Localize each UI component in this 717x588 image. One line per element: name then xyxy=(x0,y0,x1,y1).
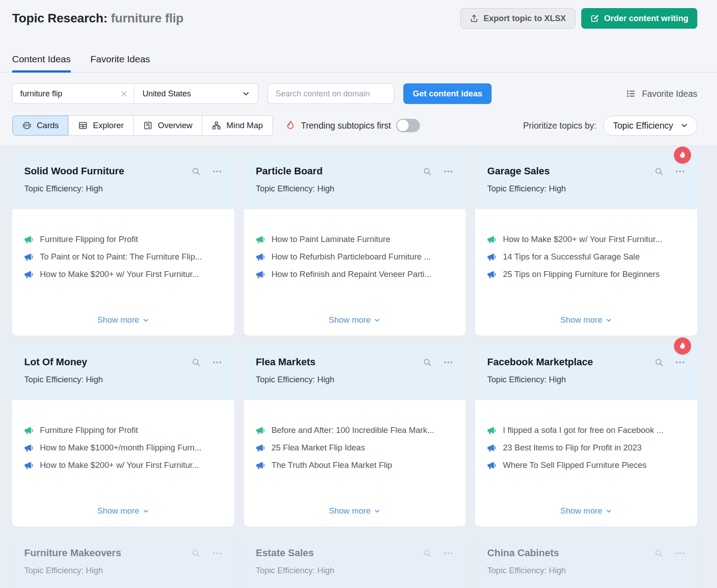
headline-text: Where To Sell Flipped Furniture Pieces xyxy=(503,460,646,470)
topic-card-header: Particle Board Topic Efficiency: High xyxy=(244,154,466,209)
search-icon[interactable] xyxy=(191,167,201,176)
topic-card-icons xyxy=(191,357,222,368)
topic-card-icons xyxy=(423,548,454,558)
search-icon[interactable] xyxy=(654,549,664,558)
search-icon[interactable] xyxy=(191,549,201,558)
view-overview[interactable]: Overview xyxy=(133,116,202,135)
headline-text: 23 Best Items to Flip for Profit in 2023 xyxy=(503,443,642,453)
more-options-icon[interactable] xyxy=(212,548,222,558)
topic-efficiency-label: Topic Efficiency: High xyxy=(24,375,222,385)
export-topic-button[interactable]: Export topic to XLSX xyxy=(460,8,575,29)
megaphone-icon xyxy=(487,235,497,244)
headline-item[interactable]: How to Make $200+ w/ Your First Furnitur… xyxy=(487,234,685,244)
megaphone-icon xyxy=(256,270,265,279)
megaphone-icon xyxy=(24,252,34,262)
topic-card: Garage Sales Topic Efficiency: High How … xyxy=(475,154,697,336)
more-options-icon[interactable] xyxy=(212,357,222,368)
view-overview-label: Overview xyxy=(158,121,192,130)
headline-list: How to Make $200+ w/ Your First Furnitur… xyxy=(487,209,685,279)
megaphone-icon xyxy=(24,270,34,279)
view-explorer[interactable]: Explorer xyxy=(68,116,133,135)
search-icon[interactable] xyxy=(423,167,432,176)
clear-keyword-icon[interactable] xyxy=(118,90,134,98)
headline-item[interactable]: I flipped a sofa I got for free on Faceb… xyxy=(487,425,685,435)
headline-item[interactable]: 25 Flea Market Flip Ideas xyxy=(256,443,454,453)
get-content-ideas-button[interactable]: Get content ideas xyxy=(403,83,492,104)
headline-text: How to Paint Laminate Furniture xyxy=(272,234,390,244)
show-more-label: Show more xyxy=(560,506,602,516)
search-icon[interactable] xyxy=(423,549,432,558)
headline-item[interactable]: How to Refinish and Repaint Veneer Parti… xyxy=(256,269,454,279)
megaphone-icon xyxy=(487,461,497,470)
headline-list: How to Paint Laminate FurnitureHow to Re… xyxy=(256,209,454,279)
headline-item[interactable]: 14 Tips for a Successful Garage Sale xyxy=(487,252,685,262)
topic-card-title-row: Furniture Makeovers xyxy=(24,547,222,559)
show-more-link[interactable]: Show more xyxy=(12,315,234,325)
trending-control: Trending subtopics first xyxy=(285,119,420,132)
headline-item[interactable]: Furniture Flipping for Profit xyxy=(24,234,222,244)
headline-item[interactable]: How to Make $200+ w/ Your First Furnitur… xyxy=(24,460,222,470)
topic-card: Particle Board Topic Efficiency: High Ho… xyxy=(244,154,466,336)
topic-card-body: How to Paint Laminate FurnitureHow to Re… xyxy=(244,209,466,279)
trending-toggle[interactable] xyxy=(396,119,420,132)
megaphone-icon xyxy=(256,461,265,470)
topic-efficiency-label: Topic Efficiency: High xyxy=(24,566,222,575)
topic-card-title: Particle Board xyxy=(256,165,423,177)
megaphone-icon xyxy=(487,443,497,453)
show-more-link[interactable]: Show more xyxy=(244,506,466,516)
headline-text: How to Make $1000+/month Flipping Furn..… xyxy=(40,443,201,453)
show-more-link[interactable]: Show more xyxy=(12,506,234,516)
chevron-down-icon xyxy=(680,121,688,130)
more-options-icon[interactable] xyxy=(443,357,454,368)
topic-card-title-row: Garage Sales xyxy=(487,165,685,177)
headline-item[interactable]: Furniture Flipping for Profit xyxy=(24,425,222,435)
topic-card-body: How to Make $200+ w/ Your First Furnitur… xyxy=(475,209,697,279)
headline-text: How to Make $200+ w/ Your First Furnitur… xyxy=(40,460,199,470)
more-options-icon[interactable] xyxy=(675,357,685,368)
headline-item[interactable]: How to Make $1000+/month Flipping Furn..… xyxy=(24,443,222,453)
headline-item[interactable]: The Truth About Flea Market Flip xyxy=(256,460,454,470)
keyword-input[interactable] xyxy=(13,84,118,104)
headline-item[interactable]: How to Make $200+ w/ Your First Furnitur… xyxy=(24,269,222,279)
more-options-icon[interactable] xyxy=(675,166,685,177)
top-actions: Export topic to XLSX Order content writi… xyxy=(460,8,697,29)
more-options-icon[interactable] xyxy=(212,166,222,177)
topic-card-title-row: Estate Sales xyxy=(256,547,454,559)
view-cards[interactable]: Cards xyxy=(13,116,68,135)
search-icon[interactable] xyxy=(654,167,664,176)
show-more-link[interactable]: Show more xyxy=(475,315,697,325)
headline-item[interactable]: To Paint or Not to Paint: The Furniture … xyxy=(24,252,222,262)
country-select[interactable]: United States xyxy=(134,89,258,99)
topic-card-icons xyxy=(191,166,222,177)
topic-card-header: China Cabinets Topic Efficiency: High xyxy=(475,536,697,588)
more-options-icon[interactable] xyxy=(443,166,454,177)
search-icon[interactable] xyxy=(654,358,664,367)
headline-item[interactable]: Before and After: 100 Incredible Flea Ma… xyxy=(256,425,454,435)
search-icon[interactable] xyxy=(423,358,432,367)
tab-favorite-ideas[interactable]: Favorite Ideas xyxy=(91,54,150,72)
domain-search-input[interactable] xyxy=(268,83,394,104)
view-cards-label: Cards xyxy=(37,121,59,130)
headline-item[interactable]: Where To Sell Flipped Furniture Pieces xyxy=(487,460,685,470)
more-options-icon[interactable] xyxy=(675,548,685,558)
headline-text: I flipped a sofa I got for free on Faceb… xyxy=(503,425,663,435)
favorite-ideas-link[interactable]: Favorite Ideas xyxy=(626,89,697,99)
headline-text: How to Refinish and Repaint Veneer Parti… xyxy=(272,269,432,279)
show-more-link[interactable]: Show more xyxy=(244,315,466,325)
tab-content-ideas[interactable]: Content Ideas xyxy=(12,54,71,72)
prioritize-select[interactable]: Topic Efficiency xyxy=(603,116,697,136)
chevron-down-icon xyxy=(374,317,380,324)
show-more-link[interactable]: Show more xyxy=(475,506,697,516)
show-more-label: Show more xyxy=(329,315,371,325)
topic-efficiency-label: Topic Efficiency: High xyxy=(487,566,685,575)
search-icon[interactable] xyxy=(191,358,201,367)
topic-card-title: Flea Markets xyxy=(256,356,423,368)
headline-item[interactable]: How to Refurbish Particleboard Furniture… xyxy=(256,252,454,262)
headline-item[interactable]: 25 Tips on Flipping Furniture for Beginn… xyxy=(487,269,685,279)
headline-item[interactable]: How to Paint Laminate Furniture xyxy=(256,234,454,244)
megaphone-icon xyxy=(24,443,34,453)
more-options-icon[interactable] xyxy=(443,548,454,558)
order-content-writing-button[interactable]: Order content writing xyxy=(581,8,697,29)
headline-item[interactable]: 23 Best Items to Flip for Profit in 2023 xyxy=(487,443,685,453)
view-mind-map[interactable]: Mind Map xyxy=(202,116,272,135)
